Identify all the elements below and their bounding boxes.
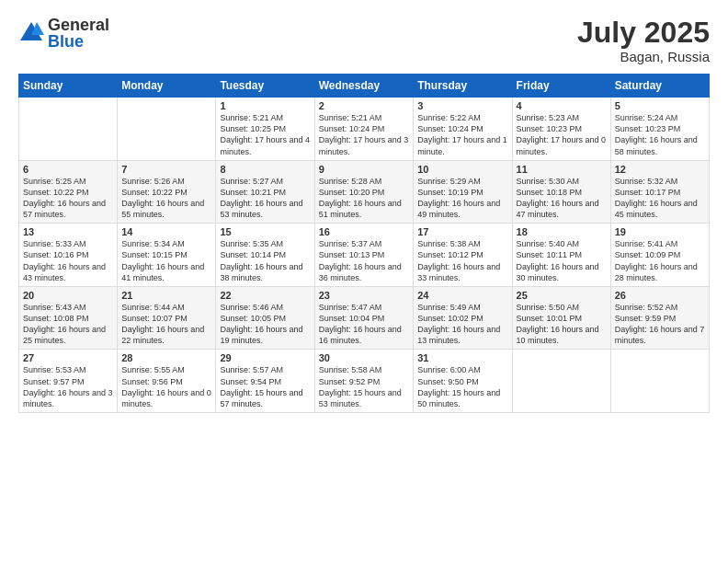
page: General Blue July 2025 Bagan, Russia Sun…: [0, 0, 728, 563]
day-number: 7: [121, 164, 211, 175]
day-number: 8: [220, 164, 310, 175]
day-number: 4: [517, 100, 607, 111]
day-info: Sunrise: 5:53 AMSunset: 9:57 PMDaylight:…: [23, 364, 113, 409]
week-row-5: 27Sunrise: 5:53 AMSunset: 9:57 PMDayligh…: [19, 350, 710, 413]
day-number: 6: [23, 164, 113, 175]
day-cell: 10Sunrise: 5:29 AMSunset: 10:19 PMDaylig…: [414, 160, 512, 224]
day-cell: 24Sunrise: 5:49 AMSunset: 10:02 PMDaylig…: [414, 286, 512, 350]
day-number: 31: [417, 352, 507, 363]
day-cell: 14Sunrise: 5:34 AMSunset: 10:15 PMDaylig…: [118, 224, 216, 287]
day-info: Sunrise: 5:30 AMSunset: 10:18 PMDaylight…: [517, 176, 607, 221]
day-number: 2: [319, 100, 410, 111]
day-cell: 22Sunrise: 5:46 AMSunset: 10:05 PMDaylig…: [216, 286, 314, 350]
day-cell: 2Sunrise: 5:21 AMSunset: 10:24 PMDayligh…: [314, 98, 414, 161]
week-row-4: 20Sunrise: 5:43 AMSunset: 10:08 PMDaylig…: [19, 286, 710, 350]
day-cell: [610, 350, 709, 413]
day-info: Sunrise: 5:38 AMSunset: 10:12 PMDaylight…: [417, 238, 507, 283]
day-cell: 12Sunrise: 5:32 AMSunset: 10:17 PMDaylig…: [610, 160, 709, 224]
header: General Blue July 2025 Bagan, Russia: [18, 17, 710, 64]
day-cell: 16Sunrise: 5:37 AMSunset: 10:13 PMDaylig…: [314, 224, 414, 287]
day-cell: 9Sunrise: 5:28 AMSunset: 10:20 PMDayligh…: [314, 160, 414, 224]
location: Bagan, Russia: [577, 49, 710, 64]
day-cell: 21Sunrise: 5:44 AMSunset: 10:07 PMDaylig…: [118, 286, 216, 350]
header-row: SundayMondayTuesdayWednesdayThursdayFrid…: [19, 75, 710, 98]
day-number: 14: [121, 226, 211, 237]
day-info: Sunrise: 5:40 AMSunset: 10:11 PMDaylight…: [517, 238, 607, 283]
day-info: Sunrise: 5:21 AMSunset: 10:25 PMDaylight…: [220, 112, 310, 157]
day-cell: [118, 98, 216, 161]
day-info: Sunrise: 5:47 AMSunset: 10:04 PMDaylight…: [319, 302, 410, 347]
day-info: Sunrise: 5:22 AMSunset: 10:24 PMDaylight…: [417, 112, 507, 157]
week-row-3: 13Sunrise: 5:33 AMSunset: 10:16 PMDaylig…: [19, 224, 710, 287]
day-number: 13: [23, 226, 113, 237]
logo: General Blue: [18, 17, 109, 50]
day-number: 23: [319, 290, 410, 301]
day-number: 22: [220, 290, 310, 301]
header-cell-monday: Monday: [118, 75, 216, 98]
day-info: Sunrise: 5:32 AMSunset: 10:17 PMDaylight…: [615, 176, 705, 221]
day-info: Sunrise: 5:33 AMSunset: 10:16 PMDaylight…: [23, 238, 113, 283]
day-info: Sunrise: 5:57 AMSunset: 9:54 PMDaylight:…: [220, 364, 310, 409]
day-cell: 8Sunrise: 5:27 AMSunset: 10:21 PMDayligh…: [216, 160, 314, 224]
header-cell-tuesday: Tuesday: [216, 75, 314, 98]
day-info: Sunrise: 5:46 AMSunset: 10:05 PMDaylight…: [220, 302, 310, 347]
day-info: Sunrise: 5:29 AMSunset: 10:19 PMDaylight…: [417, 176, 507, 221]
day-info: Sunrise: 5:24 AMSunset: 10:23 PMDaylight…: [615, 112, 705, 157]
day-number: 24: [417, 290, 507, 301]
calendar-header: SundayMondayTuesdayWednesdayThursdayFrid…: [19, 75, 710, 98]
day-cell: 11Sunrise: 5:30 AMSunset: 10:18 PMDaylig…: [512, 160, 610, 224]
day-info: Sunrise: 5:44 AMSunset: 10:07 PMDaylight…: [121, 302, 211, 347]
day-info: Sunrise: 5:23 AMSunset: 10:23 PMDaylight…: [517, 112, 607, 157]
day-cell: 13Sunrise: 5:33 AMSunset: 10:16 PMDaylig…: [19, 224, 118, 287]
day-number: 12: [615, 164, 705, 175]
day-info: Sunrise: 5:43 AMSunset: 10:08 PMDaylight…: [23, 302, 113, 347]
day-info: Sunrise: 5:58 AMSunset: 9:52 PMDaylight:…: [319, 364, 410, 409]
day-info: Sunrise: 5:25 AMSunset: 10:22 PMDaylight…: [23, 176, 113, 221]
day-cell: 29Sunrise: 5:57 AMSunset: 9:54 PMDayligh…: [216, 350, 314, 413]
day-number: 18: [517, 226, 607, 237]
day-number: 25: [517, 290, 607, 301]
day-info: Sunrise: 5:35 AMSunset: 10:14 PMDaylight…: [220, 238, 310, 283]
day-info: Sunrise: 5:37 AMSunset: 10:13 PMDaylight…: [319, 238, 410, 283]
day-info: Sunrise: 5:41 AMSunset: 10:09 PMDaylight…: [615, 238, 705, 283]
day-cell: 6Sunrise: 5:25 AMSunset: 10:22 PMDayligh…: [19, 160, 118, 224]
day-number: 11: [517, 164, 607, 175]
day-info: Sunrise: 5:21 AMSunset: 10:24 PMDaylight…: [319, 112, 410, 157]
day-number: 15: [220, 226, 310, 237]
header-cell-saturday: Saturday: [610, 75, 709, 98]
day-info: Sunrise: 5:52 AMSunset: 9:59 PMDaylight:…: [615, 302, 705, 347]
day-cell: 7Sunrise: 5:26 AMSunset: 10:22 PMDayligh…: [118, 160, 216, 224]
day-cell: 25Sunrise: 5:50 AMSunset: 10:01 PMDaylig…: [512, 286, 610, 350]
day-cell: 5Sunrise: 5:24 AMSunset: 10:23 PMDayligh…: [610, 98, 709, 161]
day-number: 5: [615, 100, 705, 111]
month-title: July 2025: [577, 17, 710, 49]
day-info: Sunrise: 5:55 AMSunset: 9:56 PMDaylight:…: [121, 364, 211, 409]
day-number: 17: [417, 226, 507, 237]
day-info: Sunrise: 6:00 AMSunset: 9:50 PMDaylight:…: [417, 364, 507, 409]
day-cell: 19Sunrise: 5:41 AMSunset: 10:09 PMDaylig…: [610, 224, 709, 287]
title-block: July 2025 Bagan, Russia: [577, 17, 710, 64]
day-info: Sunrise: 5:49 AMSunset: 10:02 PMDaylight…: [417, 302, 507, 347]
day-info: Sunrise: 5:50 AMSunset: 10:01 PMDaylight…: [517, 302, 607, 347]
day-info: Sunrise: 5:26 AMSunset: 10:22 PMDaylight…: [121, 176, 211, 221]
day-cell: 31Sunrise: 6:00 AMSunset: 9:50 PMDayligh…: [414, 350, 512, 413]
day-cell: 17Sunrise: 5:38 AMSunset: 10:12 PMDaylig…: [414, 224, 512, 287]
day-number: 30: [319, 352, 410, 363]
day-cell: 3Sunrise: 5:22 AMSunset: 10:24 PMDayligh…: [414, 98, 512, 161]
day-number: 19: [615, 226, 705, 237]
day-cell: 26Sunrise: 5:52 AMSunset: 9:59 PMDayligh…: [610, 286, 709, 350]
header-cell-wednesday: Wednesday: [314, 75, 414, 98]
header-cell-thursday: Thursday: [414, 75, 512, 98]
logo-icon: [18, 20, 44, 46]
day-info: Sunrise: 5:34 AMSunset: 10:15 PMDaylight…: [121, 238, 211, 283]
day-cell: [19, 98, 118, 161]
day-number: 3: [417, 100, 507, 111]
day-cell: 15Sunrise: 5:35 AMSunset: 10:14 PMDaylig…: [216, 224, 314, 287]
day-number: 16: [319, 226, 410, 237]
day-number: 20: [23, 290, 113, 301]
day-cell: 27Sunrise: 5:53 AMSunset: 9:57 PMDayligh…: [19, 350, 118, 413]
day-cell: 1Sunrise: 5:21 AMSunset: 10:25 PMDayligh…: [216, 98, 314, 161]
day-cell: 4Sunrise: 5:23 AMSunset: 10:23 PMDayligh…: [512, 98, 610, 161]
day-number: 21: [121, 290, 211, 301]
day-cell: 23Sunrise: 5:47 AMSunset: 10:04 PMDaylig…: [314, 286, 414, 350]
